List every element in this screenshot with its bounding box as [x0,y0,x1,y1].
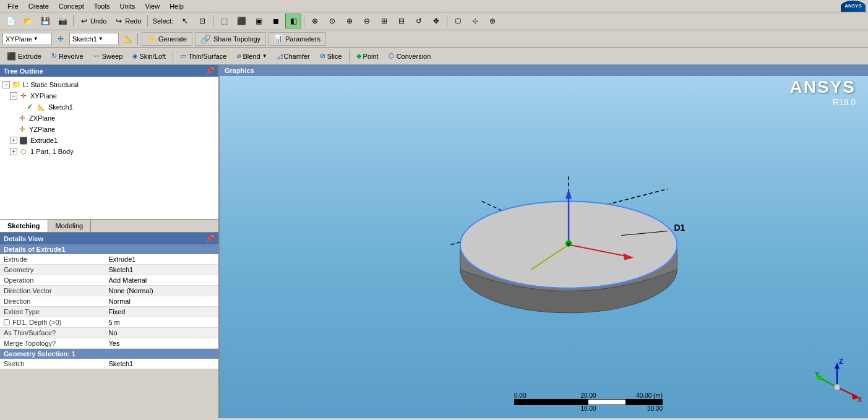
menu-units[interactable]: Units [114,1,140,11]
tree-area: − 📁 L: Static Structural − ✛ XYPlane ✓ 📐… [0,77,218,219]
zoom-box-btn[interactable]: ⊟ [393,14,410,28]
val-extent-type: Fixed [105,307,218,317]
zoom-in-btn[interactable]: ⊕ [342,14,358,28]
sep5 [447,15,447,27]
undo-button[interactable]: Undo [76,14,110,28]
extrude-label: Extrude [18,53,41,60]
tab-modeling[interactable]: Modeling [48,220,92,232]
menu-file[interactable]: File [2,1,24,11]
menu-view[interactable]: View [140,1,165,11]
slice-label: Slice [327,53,342,60]
prop-merge-topology: Merge Topology? [0,338,105,349]
sketch-dropdown[interactable]: Sketch1 ▼ [69,33,119,45]
d1-label: D1 [674,223,685,233]
box-select-btn[interactable]: ⬚ [216,14,232,28]
details-view-header: Details View 📌 [0,233,218,244]
zxplane-label: ZXPlane [29,114,55,122]
details-view-pin[interactable]: 📌 [206,234,215,242]
select-filter-btn[interactable]: ⊡ [194,14,210,28]
scale-30: 30.00 [613,405,663,412]
expand-static-structural[interactable]: − [2,81,10,88]
parameters-button[interactable]: 📊 Parameters [269,32,326,46]
expand-body[interactable]: + [10,148,17,155]
yzplane-icon: ✛ [17,124,27,134]
menu-create[interactable]: Create [24,1,54,11]
share-topology-button[interactable]: 🔗 Share Topology [195,32,266,46]
generate-button[interactable]: ⚡ Generate [142,32,192,46]
zxplane-icon: ✛ [17,113,27,123]
graphics-area: Graphics ANSYS R19.0 [220,65,868,418]
iso-view-btn[interactable]: ⬡ [450,14,466,28]
zoom-btn[interactable]: ⊙ [324,14,340,28]
select-mode-btn[interactable]: ↖ [177,14,193,28]
axis-indicator-svg: Z X Y [812,356,862,406]
scale-10-label [514,405,564,412]
tree-item-body[interactable]: + ⬡ 1 Part, 1 Body [10,146,216,157]
tree-item-yzplane[interactable]: ✛ YZPlane [10,124,216,135]
menu-help[interactable]: Help [165,1,189,11]
table-row: Geometry Sketch1 [0,265,218,275]
new-button[interactable]: 📄 [2,14,19,28]
chamfer-button[interactable]: ◿ Chamfer [273,49,314,64]
single-select-btn[interactable]: ▣ [251,14,267,28]
expand-extrude1[interactable]: + [10,137,17,144]
menu-tools[interactable]: Tools [89,1,115,11]
revolve-label: Revolve [59,53,84,60]
prop-thin-surface: As Thin/Surface? [0,328,105,338]
tree-item-sketch1[interactable]: ✓ 📐 Sketch1 [17,101,216,113]
axis-origin [834,384,840,390]
tab-bar: Sketching Modeling [0,219,218,233]
body-label: 1 Part, 1 Body [30,148,74,155]
table-row: As Thin/Surface? No [0,328,218,338]
extrude-button[interactable]: ⬛ Extrude [2,49,46,64]
scale-bar [514,399,663,405]
blend-button[interactable]: ⌀ Blend ▼ [233,49,272,64]
view-rotate-btn[interactable]: ↺ [411,14,427,28]
screenshot-button[interactable]: 📷 [54,14,71,28]
scale-black [515,400,588,405]
save-button[interactable]: 💾 [37,14,53,28]
triad-btn[interactable]: ⊹ [467,14,483,28]
prop-sketch: Sketch [0,359,105,369]
val-fd1[interactable]: 5 m [105,317,218,328]
skin-loft-button[interactable]: ◈ Skin/Loft [128,49,170,64]
point-label: Point [363,53,379,60]
featurebar: ⬛ Extrude ↻ Revolve 〰 Sweep ◈ Skin/Loft … [0,48,868,65]
sweep-button[interactable]: 〰 Sweep [89,49,127,64]
revolve-button[interactable]: ↻ Revolve [47,49,88,64]
extend-select-btn[interactable]: ⬛ [233,14,249,28]
conversion-button[interactable]: ⬡ Conversion [384,49,436,64]
tree-outline-pin[interactable]: 📌 [206,67,215,75]
point-button[interactable]: ◆ Point [352,49,383,64]
thin-surface-button[interactable]: ▭ Thin/Surface [176,49,231,64]
tree-item-xyplane[interactable]: − ✛ XYPlane [10,90,216,101]
tree-outline-header: Tree Outline 📌 [0,65,218,77]
explode-btn[interactable]: ⊕ [307,14,323,28]
more-view-btn[interactable]: ⊛ [484,14,501,28]
sep7 [173,50,173,62]
tab-sketching[interactable]: Sketching [0,220,48,232]
scale-40: 40.00 (m) [613,392,663,399]
redo-button[interactable]: Redo [111,14,144,28]
graphics-header: Graphics [220,65,868,76]
tree-item-extrude1[interactable]: + ⬛ Extrude1 [10,135,216,146]
open-button[interactable]: 📂 [20,14,36,28]
slice-button[interactable]: ⊘ Slice [316,49,346,64]
plane-icon-btn[interactable]: ✛ [54,32,67,46]
plane-dropdown[interactable]: XYPlane ▼ [2,33,52,45]
geometry-selection-title: Geometry Selection: 1 [0,349,218,359]
fd1-checkbox[interactable] [4,319,10,325]
zoom-out-btn[interactable]: ⊖ [359,14,375,28]
zoom-fit-btn[interactable]: ⊞ [376,14,392,28]
body-btn[interactable]: ◼ [268,14,284,28]
view-pan-btn[interactable]: ✥ [428,14,444,28]
scale-0: 0.00 [514,392,564,399]
sketch-icon-btn[interactable]: 📐 [121,32,134,46]
face-btn[interactable]: ◧ [285,14,301,28]
tree-item-zxplane[interactable]: ✛ ZXPlane [10,113,216,124]
axis-x-label: X [857,396,862,403]
scale-white [588,400,625,405]
menu-concept[interactable]: Concept [54,1,89,11]
expand-xyplane[interactable]: − [10,92,17,100]
tree-item-static-structural[interactable]: − 📁 L: Static Structural [2,79,216,90]
